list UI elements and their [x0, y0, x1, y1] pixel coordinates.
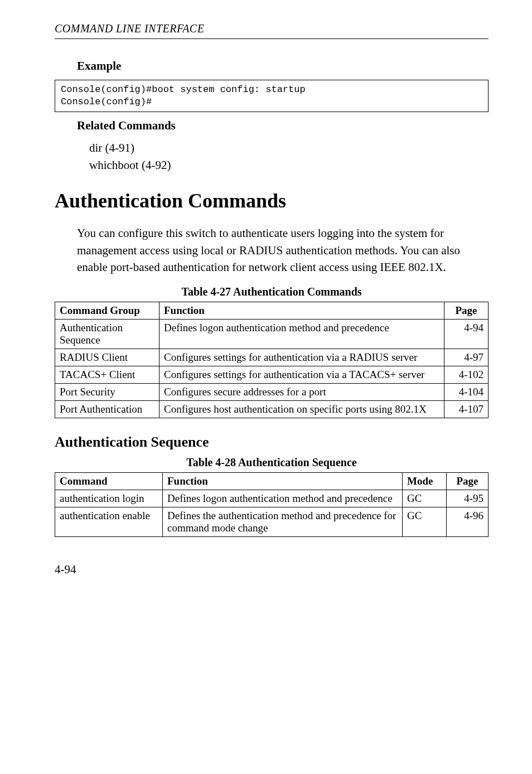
table-2-caption: Table 4-28 Authentication Sequence [55, 456, 489, 469]
cell-function: Defines the authentication method and pr… [163, 507, 403, 537]
intro-paragraph: You can configure this switch to authent… [77, 225, 489, 275]
head-rule [55, 38, 489, 39]
cell-mode: GC [403, 507, 447, 537]
example-heading: Example [77, 59, 489, 73]
th-command-group: Command Group [55, 302, 159, 320]
table-header-row: Command Function Mode Page [55, 473, 489, 490]
cell-page: 4-97 [444, 349, 489, 366]
table-row: TACACS+ Client Configures settings for a… [55, 366, 489, 384]
related-commands-heading: Related Commands [77, 119, 489, 133]
section-title: Authentication Commands [55, 189, 489, 212]
cell-page: 4-107 [444, 401, 489, 418]
cell-function: Configures host authentication on specif… [159, 401, 444, 418]
cell-group: Authentication Sequence [55, 320, 159, 349]
th-command: Command [55, 473, 163, 490]
running-head: COMMAND LINE INTERFACE [55, 22, 489, 35]
table-row: authentication enable Defines the authen… [55, 507, 489, 537]
cell-function: Defines logon authentication method and … [163, 490, 403, 507]
cell-mode: GC [403, 490, 447, 507]
table-row: RADIUS Client Configures settings for au… [55, 349, 489, 366]
subsection-title: Authentication Sequence [55, 434, 489, 451]
th-page: Page [444, 302, 489, 320]
cell-function: Configures settings for authentication v… [159, 349, 444, 366]
authentication-sequence-table: Command Function Mode Page authenticatio… [55, 472, 489, 537]
related-item: dir (4-91) [89, 139, 489, 156]
table-header-row: Command Group Function Page [55, 302, 489, 320]
table-1-caption: Table 4-27 Authentication Commands [55, 286, 489, 298]
page: COMMAND LINE INTERFACE Example Console(c… [0, 0, 532, 599]
cell-function: Defines logon authentication method and … [159, 320, 444, 349]
cell-function: Configures secure addresses for a port [159, 384, 444, 401]
th-page: Page [447, 473, 489, 490]
cell-page: 4-102 [444, 366, 489, 384]
table-row: authentication login Defines logon authe… [55, 490, 489, 507]
authentication-commands-table: Command Group Function Page Authenticati… [55, 302, 489, 418]
cell-page: 4-94 [444, 320, 489, 349]
cell-command: authentication login [55, 490, 163, 507]
related-item: whichboot (4-92) [89, 157, 489, 173]
cell-command: authentication enable [55, 507, 163, 537]
page-number: 4-94 [55, 563, 489, 577]
cell-page: 4-95 [447, 490, 489, 507]
cell-group: Port Security [55, 384, 159, 401]
cell-page: 4-104 [444, 384, 489, 401]
cell-group: TACACS+ Client [55, 366, 159, 384]
table-row: Authentication Sequence Defines logon au… [55, 320, 489, 349]
table-row: Port Security Configures secure addresse… [55, 384, 489, 401]
th-mode: Mode [403, 473, 447, 490]
th-function: Function [159, 302, 444, 320]
related-commands-list: dir (4-91) whichboot (4-92) [89, 139, 489, 173]
table-row: Port Authentication Configures host auth… [55, 401, 489, 418]
cell-page: 4-96 [447, 507, 489, 537]
example-code-block: Console(config)#boot system config: star… [55, 80, 489, 112]
th-function: Function [163, 473, 403, 490]
cell-group: RADIUS Client [55, 349, 159, 366]
cell-group: Port Authentication [55, 401, 159, 418]
cell-function: Configures settings for authentication v… [159, 366, 444, 384]
